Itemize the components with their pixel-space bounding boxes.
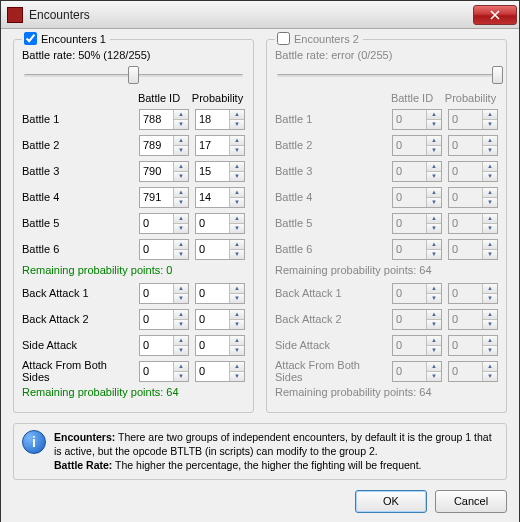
enc1-extra-3-prob-down[interactable]: ▼ — [230, 346, 244, 355]
enc2-battle-1-id-down[interactable]: ▼ — [427, 120, 441, 129]
enc1-extra-4-prob-up[interactable]: ▲ — [230, 362, 244, 372]
enc2-extra-1-prob-up[interactable]: ▲ — [483, 284, 497, 294]
enc2-extra-4-prob-up[interactable]: ▲ — [483, 362, 497, 372]
enc2-battle-6-id-down[interactable]: ▼ — [427, 250, 441, 259]
enc1-extra-4-id-down[interactable]: ▼ — [174, 372, 188, 381]
enc2-battle-2-prob-down[interactable]: ▼ — [483, 146, 497, 155]
enc1-extra-1-id-up[interactable]: ▲ — [174, 284, 188, 294]
enc2-checkbox[interactable] — [277, 32, 290, 45]
enc2-extra-4-id[interactable]: 0 ▲ ▼ — [392, 361, 442, 382]
enc1-battle-6-id[interactable]: 0 ▲ ▼ — [139, 239, 189, 260]
enc2-extra-3-id[interactable]: 0 ▲ ▼ — [392, 335, 442, 356]
enc2-extra-3-id-up[interactable]: ▲ — [427, 336, 441, 346]
enc2-battle-2-prob-up[interactable]: ▲ — [483, 136, 497, 146]
enc1-battle-3-id-down[interactable]: ▼ — [174, 172, 188, 181]
enc1-checkbox-label[interactable]: Encounters 1 — [22, 32, 110, 45]
enc1-battle-5-id-up[interactable]: ▲ — [174, 214, 188, 224]
enc1-battle-4-prob[interactable]: 14 ▲ ▼ — [195, 187, 245, 208]
enc1-battle-5-prob[interactable]: 0 ▲ ▼ — [195, 213, 245, 234]
enc1-battle-2-id-up[interactable]: ▲ — [174, 136, 188, 146]
enc1-extra-2-id-down[interactable]: ▼ — [174, 320, 188, 329]
enc2-extra-1-id[interactable]: 0 ▲ ▼ — [392, 283, 442, 304]
enc2-extra-1-id-up[interactable]: ▲ — [427, 284, 441, 294]
enc1-battle-2-prob[interactable]: 17 ▲ ▼ — [195, 135, 245, 156]
enc1-extra-2-prob[interactable]: 0 ▲ ▼ — [195, 309, 245, 330]
enc1-battle-2-prob-up[interactable]: ▲ — [230, 136, 244, 146]
enc2-extra-4-id-down[interactable]: ▼ — [427, 372, 441, 381]
enc1-battle-1-prob[interactable]: 18 ▲ ▼ — [195, 109, 245, 130]
enc1-battle-3-prob-down[interactable]: ▼ — [230, 172, 244, 181]
enc1-battle-2-id[interactable]: 789 ▲ ▼ — [139, 135, 189, 156]
enc1-extra-4-prob-down[interactable]: ▼ — [230, 372, 244, 381]
enc1-extra-2-id[interactable]: 0 ▲ ▼ — [139, 309, 189, 330]
enc1-extra-3-prob-up[interactable]: ▲ — [230, 336, 244, 346]
enc1-battle-6-id-up[interactable]: ▲ — [174, 240, 188, 250]
enc1-battle-6-prob-down[interactable]: ▼ — [230, 250, 244, 259]
enc1-battle-3-prob[interactable]: 15 ▲ ▼ — [195, 161, 245, 182]
enc1-battle-1-id[interactable]: 788 ▲ ▼ — [139, 109, 189, 130]
enc1-extra-2-prob-up[interactable]: ▲ — [230, 310, 244, 320]
enc2-battle-3-id-up[interactable]: ▲ — [427, 162, 441, 172]
enc2-battle-6-id-up[interactable]: ▲ — [427, 240, 441, 250]
enc2-extra-1-id-down[interactable]: ▼ — [427, 294, 441, 303]
enc2-slider[interactable] — [275, 64, 498, 86]
enc2-extra-2-id-up[interactable]: ▲ — [427, 310, 441, 320]
enc2-extra-4-prob-down[interactable]: ▼ — [483, 372, 497, 381]
enc2-battle-3-prob-down[interactable]: ▼ — [483, 172, 497, 181]
enc2-extra-2-prob[interactable]: 0 ▲ ▼ — [448, 309, 498, 330]
enc1-battle-6-id-down[interactable]: ▼ — [174, 250, 188, 259]
enc2-battle-5-id[interactable]: 0 ▲ ▼ — [392, 213, 442, 234]
enc1-battle-4-prob-down[interactable]: ▼ — [230, 198, 244, 207]
enc1-battle-1-id-up[interactable]: ▲ — [174, 110, 188, 120]
enc1-extra-3-id-up[interactable]: ▲ — [174, 336, 188, 346]
enc2-checkbox-label[interactable]: Encounters 2 — [275, 32, 363, 45]
enc2-extra-2-prob-down[interactable]: ▼ — [483, 320, 497, 329]
enc2-battle-5-prob-up[interactable]: ▲ — [483, 214, 497, 224]
enc2-extra-1-prob[interactable]: 0 ▲ ▼ — [448, 283, 498, 304]
enc2-battle-5-id-up[interactable]: ▲ — [427, 214, 441, 224]
enc1-battle-6-prob[interactable]: 0 ▲ ▼ — [195, 239, 245, 260]
enc1-extra-1-id[interactable]: 0 ▲ ▼ — [139, 283, 189, 304]
enc1-extra-3-prob[interactable]: 0 ▲ ▼ — [195, 335, 245, 356]
enc2-battle-4-prob-down[interactable]: ▼ — [483, 198, 497, 207]
enc2-battle-6-id[interactable]: 0 ▲ ▼ — [392, 239, 442, 260]
enc2-battle-4-id-down[interactable]: ▼ — [427, 198, 441, 207]
enc2-extra-3-id-down[interactable]: ▼ — [427, 346, 441, 355]
enc1-extra-1-id-down[interactable]: ▼ — [174, 294, 188, 303]
enc2-battle-1-prob-up[interactable]: ▲ — [483, 110, 497, 120]
enc1-extra-1-prob-down[interactable]: ▼ — [230, 294, 244, 303]
enc1-extra-3-id-down[interactable]: ▼ — [174, 346, 188, 355]
enc2-battle-6-prob-down[interactable]: ▼ — [483, 250, 497, 259]
enc2-battle-2-id-up[interactable]: ▲ — [427, 136, 441, 146]
enc2-battle-6-prob-up[interactable]: ▲ — [483, 240, 497, 250]
enc1-extra-4-prob[interactable]: 0 ▲ ▼ — [195, 361, 245, 382]
enc2-battle-4-id-up[interactable]: ▲ — [427, 188, 441, 198]
enc1-extra-2-prob-down[interactable]: ▼ — [230, 320, 244, 329]
enc1-battle-5-id-down[interactable]: ▼ — [174, 224, 188, 233]
enc2-battle-1-prob[interactable]: 0 ▲ ▼ — [448, 109, 498, 130]
enc2-battle-6-prob[interactable]: 0 ▲ ▼ — [448, 239, 498, 260]
enc2-battle-1-prob-down[interactable]: ▼ — [483, 120, 497, 129]
enc1-battle-2-prob-down[interactable]: ▼ — [230, 146, 244, 155]
enc2-battle-3-id[interactable]: 0 ▲ ▼ — [392, 161, 442, 182]
enc2-battle-3-id-down[interactable]: ▼ — [427, 172, 441, 181]
enc2-battle-2-id-down[interactable]: ▼ — [427, 146, 441, 155]
enc2-battle-4-prob[interactable]: 0 ▲ ▼ — [448, 187, 498, 208]
enc1-checkbox[interactable] — [24, 32, 37, 45]
enc2-battle-3-prob-up[interactable]: ▲ — [483, 162, 497, 172]
enc1-battle-3-id-up[interactable]: ▲ — [174, 162, 188, 172]
enc2-battle-1-id[interactable]: 0 ▲ ▼ — [392, 109, 442, 130]
enc1-battle-1-prob-down[interactable]: ▼ — [230, 120, 244, 129]
enc2-battle-4-id[interactable]: 0 ▲ ▼ — [392, 187, 442, 208]
enc1-extra-1-prob-up[interactable]: ▲ — [230, 284, 244, 294]
enc1-extra-2-id-up[interactable]: ▲ — [174, 310, 188, 320]
enc2-battle-1-id-up[interactable]: ▲ — [427, 110, 441, 120]
enc1-battle-1-id-down[interactable]: ▼ — [174, 120, 188, 129]
enc1-battle-6-prob-up[interactable]: ▲ — [230, 240, 244, 250]
enc2-extra-3-prob[interactable]: 0 ▲ ▼ — [448, 335, 498, 356]
enc2-extra-2-prob-up[interactable]: ▲ — [483, 310, 497, 320]
enc1-battle-4-id-down[interactable]: ▼ — [174, 198, 188, 207]
enc2-battle-5-prob[interactable]: 0 ▲ ▼ — [448, 213, 498, 234]
enc2-extra-3-prob-up[interactable]: ▲ — [483, 336, 497, 346]
enc2-extra-3-prob-down[interactable]: ▼ — [483, 346, 497, 355]
